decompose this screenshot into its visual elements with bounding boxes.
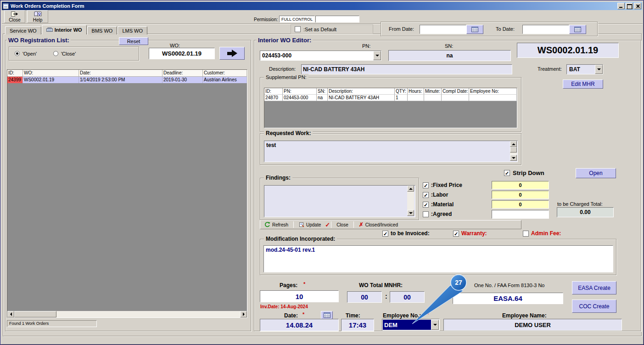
findings-scrollbar[interactable]	[407, 186, 414, 216]
mnhr-hours-field[interactable]: 00	[347, 291, 382, 303]
tab-service-wo[interactable]: Service WO	[5, 26, 41, 34]
close-radio[interactable]	[53, 51, 58, 56]
scroll-track[interactable]	[407, 192, 414, 210]
list-horizontal-scrollbar[interactable]	[7, 311, 247, 317]
date-field[interactable]: 14.08.24	[260, 319, 339, 331]
treatment-combo[interactable]: BAT	[566, 64, 603, 74]
wo-number-field[interactable]: WS0002.01.19	[149, 48, 215, 59]
requested-work-textarea[interactable]: test	[264, 141, 518, 162]
tab-lms-wo[interactable]: LMS WO	[118, 26, 147, 34]
reset-label: Reset	[127, 39, 140, 44]
agreed-checkbox[interactable]	[423, 211, 429, 217]
findings-textarea[interactable]	[264, 185, 415, 217]
cell-customer: Austrian Airlines	[203, 77, 247, 83]
scroll-right-button[interactable]	[240, 311, 247, 317]
scroll-up-button[interactable]	[407, 186, 414, 192]
strip-down-checkbox[interactable]	[504, 170, 510, 176]
fixed-price-label: :Fixed Price	[431, 182, 462, 188]
modification-textarea[interactable]: mod.24-45-01 rev.1	[263, 245, 613, 272]
titlebar: Work Orders Completion Form	[2, 2, 642, 10]
pn-combo[interactable]: 024453-000	[260, 51, 381, 61]
employee-name-field: DEMO USER	[443, 319, 622, 331]
charged-total-label: to be Charged Total:	[557, 201, 603, 207]
minimize-button[interactable]	[617, 3, 625, 9]
x-icon	[359, 221, 364, 228]
coc-create-button[interactable]: COC Create	[572, 300, 616, 313]
to-date-calendar-button[interactable]	[569, 25, 586, 34]
treatment-dropdown-button[interactable]	[595, 65, 603, 74]
toolbar-close-button[interactable]: Close	[4, 10, 25, 23]
mnhr-colon: :	[385, 293, 387, 300]
time-field[interactable]: 17:43	[341, 319, 374, 331]
labor-checkbox[interactable]	[423, 192, 429, 198]
supp-col-pn: PN:	[283, 88, 317, 95]
toolbar-separator	[293, 221, 294, 228]
pn-dropdown-button[interactable]	[373, 51, 381, 60]
warranty-checkbox[interactable]	[453, 231, 459, 237]
scroll-up-button[interactable]	[510, 141, 517, 147]
reset-button[interactable]: Reset	[119, 37, 148, 45]
date-calendar-button[interactable]	[321, 311, 333, 319]
arrow-left-icon	[10, 312, 12, 316]
scroll-down-button[interactable]	[510, 155, 517, 161]
editor-title: Interior WO Editor:	[257, 37, 313, 44]
supplemental-pn-group: Supplemental PN: ID: PN: SN: Description…	[260, 77, 521, 132]
material-value[interactable]: 0	[492, 200, 549, 209]
go-button[interactable]	[219, 47, 245, 60]
tab-label: LMS WO	[122, 28, 143, 34]
form-8130-label: One No. / FAA Form 8130-3 No	[474, 283, 544, 288]
form-8130-field[interactable]: EASA.64	[453, 293, 563, 304]
permission-value: FULL CONTROL	[279, 16, 315, 23]
scroll-thumb[interactable]	[510, 147, 517, 153]
toolbar-help-button[interactable]: Help	[27, 10, 48, 23]
requested-work-scrollbar[interactable]	[510, 141, 517, 161]
tab-bms-wo[interactable]: BMS WO	[87, 26, 118, 34]
tab-interior-wo[interactable]: Interior WO	[42, 25, 87, 34]
fixed-price-value[interactable]: 0	[492, 181, 549, 189]
scroll-down-button[interactable]	[407, 210, 414, 216]
material-checkbox[interactable]	[423, 202, 429, 208]
registration-title: WO Registration List:	[7, 37, 71, 44]
treatment-value: BAT	[569, 66, 580, 73]
scroll-thumb[interactable]	[14, 311, 56, 317]
scroll-left-button[interactable]	[7, 311, 14, 317]
arrow-up-icon	[512, 143, 515, 145]
closed-invoiced-button[interactable]: Closed/Invoiced	[355, 221, 402, 228]
wo-display: WS0002.01.19	[517, 43, 619, 58]
work-order-row[interactable]: 24399 WS0002.01.19 1/14/2019 2:53:00 PM …	[7, 77, 247, 83]
from-date-calendar-button[interactable]	[466, 25, 483, 34]
findings-title: Findings:	[264, 175, 292, 181]
open-button[interactable]: Open	[576, 168, 616, 178]
admin-fee-checkbox[interactable]	[523, 231, 529, 237]
fixed-price-checkbox[interactable]	[423, 182, 429, 188]
supplemental-table[interactable]: ID: PN: SN: Description: QTY: Hours: Min…	[264, 88, 517, 128]
open-radio[interactable]	[15, 51, 20, 56]
to-be-invoiced-checkbox[interactable]	[382, 231, 388, 237]
from-date-label: From Date:	[389, 26, 414, 32]
description-label: Description:	[269, 66, 296, 72]
agreed-value[interactable]	[492, 210, 549, 219]
to-date-input[interactable]	[522, 25, 569, 34]
update-button[interactable]: Update	[295, 221, 325, 228]
set-as-default-panel: :Set as Default	[291, 24, 373, 34]
cell-deadline: 2019-01-30	[162, 77, 203, 83]
close-record-button[interactable]: Close	[332, 221, 353, 228]
close-radio-label: 'Close'	[61, 51, 76, 57]
from-date-input[interactable]	[420, 25, 466, 34]
labor-value[interactable]: 0	[492, 191, 549, 199]
set-as-default-checkbox[interactable]	[295, 26, 301, 32]
maximize-button[interactable]	[626, 3, 633, 9]
refresh-button[interactable]: Refresh	[260, 221, 292, 228]
supp-col-sn: SN:	[317, 88, 328, 95]
easa-create-button[interactable]: EASA Create	[572, 281, 616, 294]
scroll-track[interactable]	[56, 311, 240, 317]
description-field[interactable]: NI-CAD BATTERY 43AH	[301, 64, 512, 74]
findings-group: Findings:	[260, 178, 419, 220]
edit-mhr-button[interactable]: Edit MHR	[563, 79, 603, 89]
supplemental-row[interactable]: 24870 024453-000 na NI-CAD BATTERY 43AH …	[264, 95, 517, 101]
pages-field[interactable]: 10	[260, 290, 339, 302]
work-orders-list[interactable]: ID: WO: Date: Deadline: Customer: 24399 …	[7, 69, 247, 318]
sn-field[interactable]: na	[388, 50, 511, 61]
supp-col-employee-no: Employee No:	[469, 88, 517, 95]
close-window-button[interactable]	[634, 3, 641, 9]
